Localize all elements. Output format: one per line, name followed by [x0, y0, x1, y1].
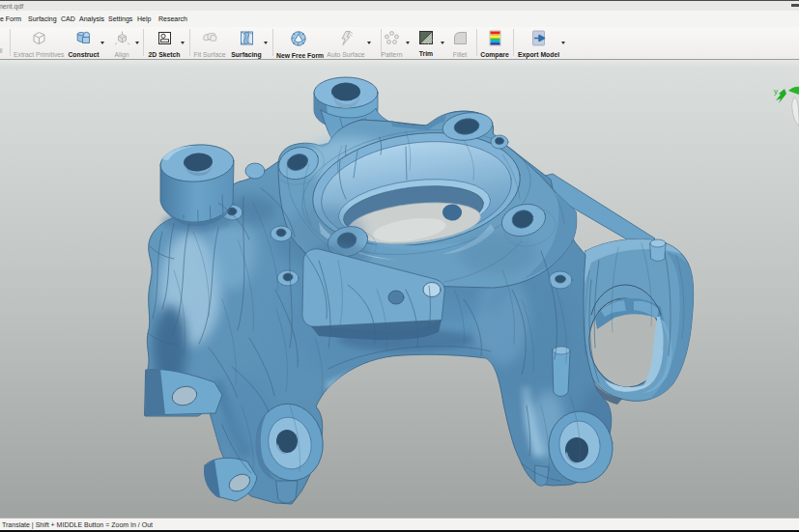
svg-text:y: y [774, 87, 778, 96]
